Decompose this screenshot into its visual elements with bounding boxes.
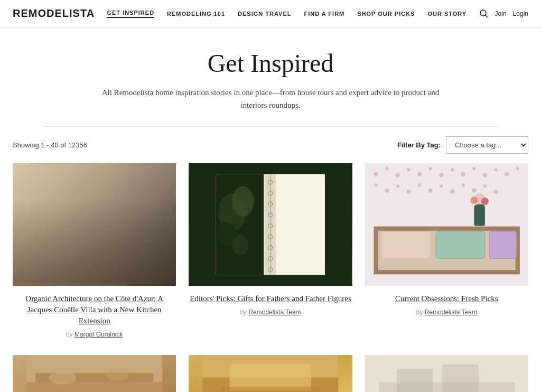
nav-design-travel[interactable]: DESIGN TRAVEL xyxy=(238,11,291,17)
svg-rect-59 xyxy=(26,382,162,392)
svg-rect-70 xyxy=(397,369,433,392)
svg-point-62 xyxy=(106,370,128,381)
svg-point-19 xyxy=(232,235,249,255)
article-title[interactable]: Current Obsessions: Fresh Picks xyxy=(365,293,528,304)
articles-grid: Organic Architecture on the Côte d'Azur:… xyxy=(13,163,528,392)
article-card: Current Obsessions: Fresh Picks by Remod… xyxy=(365,163,528,338)
svg-point-25 xyxy=(407,168,410,171)
author-link[interactable]: Remodelista Team xyxy=(248,309,301,316)
results-count: Showing 1 - 40 of 12356 xyxy=(13,141,87,149)
svg-point-44 xyxy=(461,183,464,186)
svg-point-26 xyxy=(417,172,422,176)
article-image-link[interactable] xyxy=(13,163,176,293)
logo[interactable]: REMODELISTA xyxy=(13,7,95,20)
article-image xyxy=(13,355,176,392)
article-6-image xyxy=(365,355,528,392)
svg-point-27 xyxy=(428,167,432,170)
article-byline: by Margot Guralnick xyxy=(13,331,176,338)
svg-point-40 xyxy=(418,183,421,186)
svg-point-17 xyxy=(232,186,254,217)
svg-point-57 xyxy=(481,198,488,205)
article-image xyxy=(365,355,528,392)
byline-prefix: by xyxy=(416,309,423,316)
bedroom-illustration xyxy=(365,163,528,286)
filter-bar: Showing 1 - 40 of 12356 Filter By Tag: C… xyxy=(0,127,541,163)
svg-point-46 xyxy=(483,184,486,188)
header-actions: Join Login xyxy=(479,9,528,18)
svg-point-22 xyxy=(374,172,378,176)
nav-our-story[interactable]: OUR STORY xyxy=(427,11,467,17)
nav-find-a-firm[interactable]: FIND A FIRM xyxy=(304,11,344,17)
filter-controls: Filter By Tag: Choose a tag... Architect… xyxy=(397,136,528,154)
svg-rect-51 xyxy=(436,231,485,259)
svg-rect-52 xyxy=(489,231,517,259)
svg-point-28 xyxy=(439,173,443,178)
article-4-image xyxy=(13,355,176,392)
svg-rect-50 xyxy=(381,231,431,259)
svg-point-31 xyxy=(472,167,475,170)
svg-point-56 xyxy=(470,197,478,204)
svg-rect-20 xyxy=(277,174,325,275)
svg-point-45 xyxy=(472,188,476,192)
content-area: Organic Architecture on the Côte d'Azur:… xyxy=(0,163,541,392)
svg-point-32 xyxy=(482,173,487,178)
author-link[interactable]: Margot Guralnick xyxy=(74,331,123,338)
article-image-link[interactable] xyxy=(189,355,352,392)
byline-prefix: by xyxy=(66,331,73,338)
article-image-link[interactable] xyxy=(365,163,528,293)
article-image xyxy=(189,163,352,286)
svg-line-1 xyxy=(485,15,487,17)
article-image-link[interactable] xyxy=(365,355,528,392)
search-icon xyxy=(479,9,489,18)
svg-point-33 xyxy=(494,168,497,171)
svg-point-41 xyxy=(428,188,432,192)
svg-point-30 xyxy=(461,172,465,176)
article-byline: by Remodelista Team xyxy=(189,309,352,316)
article-byline: by Remodelista Team xyxy=(365,309,528,316)
article-image xyxy=(189,355,352,392)
svg-rect-66 xyxy=(221,387,321,392)
svg-point-34 xyxy=(505,172,509,176)
page-title: Get Inspired xyxy=(54,49,487,78)
svg-point-29 xyxy=(451,168,454,171)
article-card: Organic Architecture on the Côte d'Azur:… xyxy=(13,163,176,338)
site-header: REMODELISTA GET INSPIRED REMODELING 101 … xyxy=(0,0,541,27)
article-card: Editors' Picks: Gifts for Fathers and Fa… xyxy=(189,163,352,338)
search-button[interactable] xyxy=(479,9,489,18)
notebook-illustration xyxy=(189,163,352,286)
svg-point-54 xyxy=(474,204,485,209)
svg-point-61 xyxy=(49,371,76,385)
hero-section: Get Inspired All Remodelista home inspir… xyxy=(0,27,541,127)
svg-point-43 xyxy=(450,189,454,193)
svg-point-24 xyxy=(395,173,399,178)
article-5-image xyxy=(189,355,352,392)
join-link[interactable]: Join xyxy=(495,10,507,17)
article-card xyxy=(365,355,528,392)
article-image-link[interactable] xyxy=(13,355,176,392)
svg-point-37 xyxy=(385,188,389,192)
article-title[interactable]: Editors' Picks: Gifts for Fathers and Fa… xyxy=(189,293,352,304)
article-image-link[interactable] xyxy=(189,163,352,293)
filter-label: Filter By Tag: xyxy=(397,141,441,149)
byline-prefix: by xyxy=(240,309,247,316)
svg-point-42 xyxy=(440,184,443,188)
article-card xyxy=(13,355,176,392)
article-card xyxy=(189,355,352,392)
article-image xyxy=(365,163,528,286)
nav-remodeling-101[interactable]: REMODELING 101 xyxy=(167,11,225,17)
login-link[interactable]: Login xyxy=(513,10,528,17)
svg-point-39 xyxy=(406,189,411,193)
main-nav: GET INSPIRED REMODELING 101 DESIGN TRAVE… xyxy=(107,10,467,18)
article-image xyxy=(13,163,176,286)
nav-get-inspired[interactable]: GET INSPIRED xyxy=(107,10,154,18)
svg-point-23 xyxy=(385,167,388,170)
svg-rect-71 xyxy=(442,364,479,392)
svg-point-36 xyxy=(374,183,377,186)
svg-point-35 xyxy=(516,167,519,170)
article-title[interactable]: Organic Architecture on the Côte d'Azur:… xyxy=(13,293,176,326)
svg-point-47 xyxy=(493,189,498,193)
author-link[interactable]: Remodelista Team xyxy=(425,309,477,316)
tag-filter-select[interactable]: Choose a tag... Architecture Bathrooms B… xyxy=(446,136,528,154)
svg-point-38 xyxy=(396,184,399,188)
nav-shop-our-picks[interactable]: SHOP OUR PICKS xyxy=(357,11,415,17)
